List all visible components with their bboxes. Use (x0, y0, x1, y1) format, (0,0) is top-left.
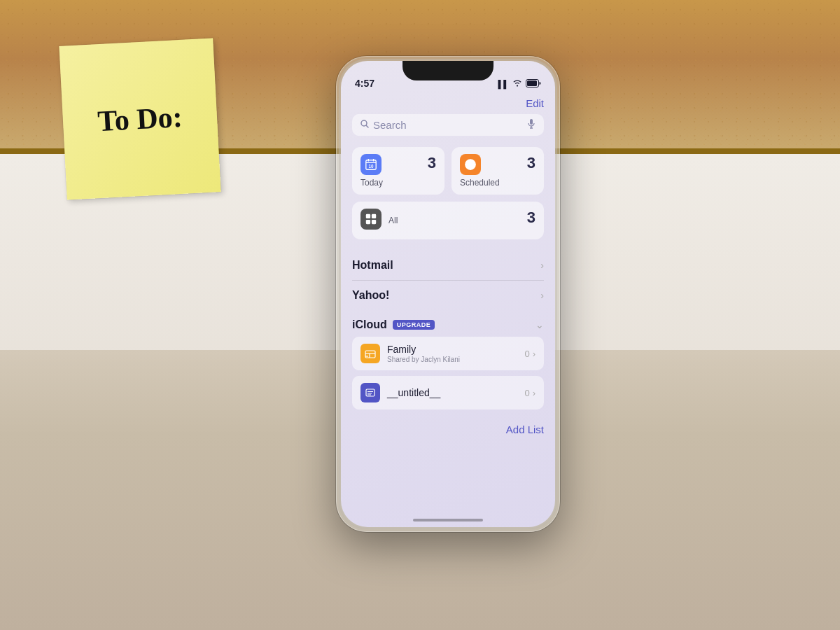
svg-rect-1 (527, 80, 537, 86)
family-info: Family Shared by Jaclyn Kilani (387, 344, 517, 363)
untitled-icon (360, 383, 380, 402)
app-content: Edit Search (341, 92, 555, 527)
svg-rect-4 (530, 119, 533, 125)
family-list-item[interactable]: Family Shared by Jaclyn Kilani 0 › (352, 337, 544, 370)
today-icon: 10 (360, 154, 382, 175)
today-label: Today (360, 178, 436, 188)
icloud-title: iCloud (352, 318, 387, 331)
untitled-chevron: › (533, 388, 536, 398)
yahoo-row[interactable]: Yahoo! › (352, 281, 544, 310)
family-chevron: › (533, 349, 536, 359)
phone-inner: 4:57 ▌▌ (339, 59, 557, 529)
status-icons: ▌▌ (498, 79, 541, 89)
svg-rect-18 (372, 220, 376, 224)
untitled-name: __untitled__ (387, 387, 517, 398)
hotmail-row[interactable]: Hotmail › (352, 251, 544, 281)
battery-icon (526, 79, 541, 89)
accounts-section: Hotmail › Yahoo! › (352, 251, 544, 310)
hotmail-label: Hotmail (352, 259, 393, 272)
icloud-header[interactable]: iCloud UPGRADE ⌄ (352, 310, 544, 337)
untitled-right: 0 › (524, 388, 536, 398)
home-indicator (413, 519, 483, 522)
scheduled-count: 3 (527, 154, 536, 172)
scheduled-icon (460, 154, 481, 175)
search-placeholder: Search (373, 119, 523, 131)
svg-rect-15 (366, 214, 370, 218)
all-label: All (388, 216, 398, 225)
all-card-text: All (388, 216, 398, 225)
family-icon (360, 344, 380, 363)
family-name: Family (387, 344, 517, 355)
phone-frame: 4:57 ▌▌ (336, 56, 560, 532)
search-bar[interactable]: Search (352, 114, 544, 136)
search-icon (360, 120, 369, 130)
family-right: 0 › (524, 349, 536, 359)
phone-wrapper: 4:57 ▌▌ (336, 56, 560, 532)
upgrade-badge[interactable]: UPGRADE (393, 320, 435, 330)
yahoo-label: Yahoo! (352, 289, 389, 302)
icloud-left: iCloud UPGRADE (352, 318, 435, 331)
signal-icon: ▌▌ (498, 80, 509, 88)
svg-text:10: 10 (368, 164, 374, 169)
untitled-info: __untitled__ (387, 387, 517, 398)
svg-line-3 (366, 125, 368, 127)
icloud-chevron[interactable]: ⌄ (536, 319, 544, 330)
hotmail-chevron: › (540, 260, 544, 271)
wifi-icon (512, 80, 522, 88)
svg-rect-17 (366, 220, 370, 224)
smart-card-today[interactable]: 10 3 Today (352, 147, 444, 195)
family-count: 0 (524, 349, 529, 359)
family-sub: Shared by Jaclyn Kilani (387, 356, 517, 363)
scheduled-label: Scheduled (460, 178, 536, 188)
today-count: 3 (428, 154, 436, 172)
status-time: 4:57 (355, 78, 374, 89)
postit-text: To Do: (83, 90, 198, 148)
smart-lists-grid: 10 3 Today (352, 147, 544, 195)
smart-card-scheduled[interactable]: 3 Scheduled (451, 147, 544, 195)
phone-screen: 4:57 ▌▌ (341, 61, 555, 527)
yahoo-chevron: › (540, 290, 544, 301)
edit-button-area[interactable]: Edit (352, 92, 544, 114)
untitled-list-item[interactable]: __untitled__ 0 › (352, 376, 544, 410)
all-count: 3 (527, 209, 536, 227)
add-list-label[interactable]: Add List (506, 424, 544, 435)
svg-rect-16 (372, 214, 376, 218)
mic-icon[interactable] (527, 119, 536, 131)
smart-card-all[interactable]: All 3 (352, 202, 544, 239)
all-icon (360, 209, 382, 230)
phone-notch (402, 61, 493, 80)
edit-label[interactable]: Edit (526, 97, 544, 109)
untitled-count: 0 (524, 388, 529, 398)
add-list-area[interactable]: Add List (352, 415, 544, 436)
postit-note: To Do: (59, 38, 220, 200)
